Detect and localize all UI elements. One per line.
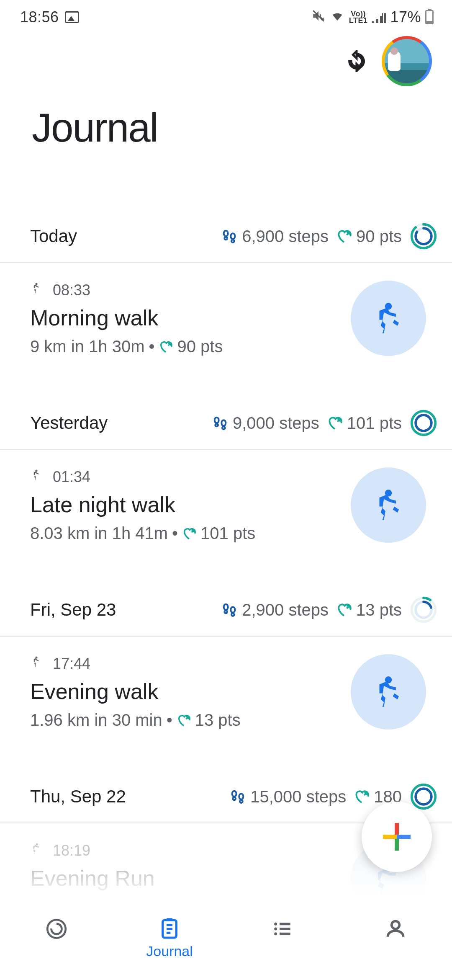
nav-profile[interactable] [339,896,452,980]
walk-icon [30,654,43,673]
activity-time: 08:33 [53,281,90,299]
day-header-yesterday[interactable]: Yesterday 9,000 steps 101 pts [0,366,452,449]
heart-points-icon [327,415,343,431]
day-label: Fri, Sep 23 [30,600,213,620]
volte-icon: Vo))LTE1 [349,10,368,24]
steps-icon [229,788,246,805]
steps-icon [212,415,229,431]
wifi-icon [330,10,345,25]
svg-point-23 [274,928,277,931]
steps-icon [221,228,238,245]
heart-points-icon [336,228,352,244]
plus-icon [383,823,411,851]
activity-points: 101 pts [200,524,255,543]
battery-icon [425,10,434,24]
progress-ring [409,409,438,437]
page-title: Journal [0,86,452,151]
screenshot-icon [65,11,79,23]
svg-point-25 [392,921,400,929]
day-steps: 9,000 steps [212,414,319,433]
nav-browse[interactable] [226,896,339,980]
nav-home[interactable] [0,896,113,980]
day-points: 90 pts [336,227,402,246]
sync-button[interactable] [346,50,367,72]
svg-point-20 [47,920,66,938]
activity-detail: 8.03 km in 1h 41m [30,524,168,543]
heart-points-icon [336,602,352,618]
walk-icon [30,467,43,486]
day-steps: 2,900 steps [221,601,329,619]
signal-icon [372,11,386,23]
activity-title: Morning walk [30,305,351,330]
activity-title: Evening walk [30,679,351,704]
activity-time: 17:44 [53,655,90,673]
activity-row[interactable]: 08:33 Morning walk 9 km in 1h 30m • 90 p… [0,263,452,366]
svg-point-22 [274,923,277,926]
activity-badge [351,654,426,730]
activity-time: 01:34 [53,468,90,486]
day-label: Thu, Sep 22 [30,787,222,807]
mute-icon [311,9,326,26]
day-points: 101 pts [327,414,402,433]
activity-badge [351,281,426,356]
walk-icon [30,281,43,299]
heart-points-icon [182,526,196,541]
svg-point-7 [416,415,431,431]
svg-point-24 [274,932,277,935]
day-header-fri[interactable]: Fri, Sep 23 2,900 steps 13 pts [0,553,452,636]
heart-points-icon [159,340,173,354]
day-steps: 15,000 steps [229,787,346,806]
activity-row[interactable]: 17:44 Evening walk 1.96 km in 30 min • 1… [0,637,452,740]
app-top-bar [0,32,452,86]
activity-detail: 1.96 km in 30 min [30,711,162,730]
status-time: 18:56 [20,8,59,26]
day-label: Yesterday [30,413,204,433]
day-header-today[interactable]: Today 6,900 steps 90 pts [0,151,452,262]
nav-journal[interactable]: Journal [113,896,226,980]
run-icon [30,841,43,860]
heart-points-icon [354,789,370,805]
activity-badge [351,467,426,543]
activity-detail: 9 km in 1h 30m [30,337,144,356]
activity-title: Late night walk [30,492,351,517]
status-battery-percent: 17% [390,8,421,26]
progress-ring [409,596,438,624]
nav-label: Journal [146,943,193,959]
day-steps: 6,900 steps [221,227,329,246]
svg-point-18 [36,843,38,846]
activity-points: 90 pts [177,337,223,356]
bottom-nav: Journal [0,896,452,980]
svg-point-21 [51,924,62,934]
day-points: 13 pts [336,601,402,619]
progress-ring [409,222,438,250]
add-activity-fab[interactable] [362,802,432,872]
steps-icon [221,601,238,618]
activity-title: Evening Run [30,866,351,891]
activity-row[interactable]: 01:34 Late night walk 8.03 km in 1h 41m … [0,450,452,553]
activity-time: 18:19 [53,842,90,859]
heart-points-icon [177,713,191,727]
day-label: Today [30,226,213,246]
activity-points: 13 pts [195,711,241,730]
svg-point-17 [416,789,431,805]
account-avatar[interactable] [382,36,432,86]
status-bar: 18:56 Vo))LTE1 17% [0,0,452,32]
